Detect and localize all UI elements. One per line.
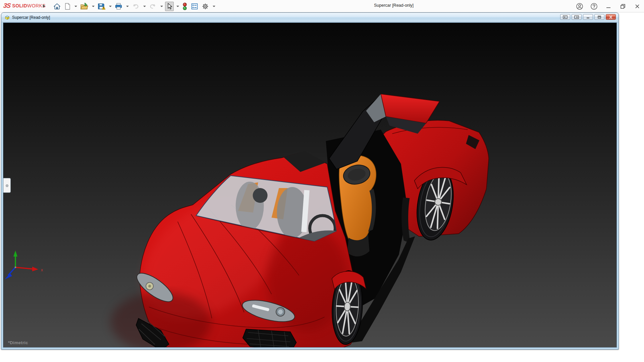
assembly-cube-icon — [4, 14, 10, 20]
gear-icon — [202, 3, 209, 10]
undo-dropdown[interactable] — [143, 6, 146, 7]
view-orientation-label: *Dimetric — [8, 340, 28, 345]
document-window: Supercar [Read-only] — [1, 12, 619, 350]
new-document-dropdown[interactable] — [74, 6, 77, 7]
redo-button[interactable] — [148, 2, 158, 11]
minimize-icon — [605, 3, 612, 10]
app-window-title: Supercar [Read-only] — [349, 3, 439, 8]
open-dropdown[interactable] — [92, 6, 95, 7]
triad-x-label: x — [41, 268, 43, 272]
minimize-button[interactable] — [604, 2, 613, 11]
save-button[interactable] — [97, 2, 106, 11]
document-restore-icon — [597, 15, 602, 19]
rebuild-stoplight-button[interactable] — [181, 1, 189, 11]
document-minimize-button[interactable] — [583, 14, 593, 20]
help-button[interactable] — [589, 2, 599, 11]
design-tree-button[interactable] — [190, 2, 199, 11]
close-button[interactable] — [633, 2, 642, 11]
split-pane-right-icon — [574, 15, 579, 19]
help-icon — [590, 3, 598, 10]
restore-icon — [620, 3, 626, 10]
options-dropdown[interactable] — [213, 6, 215, 7]
print-button[interactable] — [114, 2, 123, 11]
document-window-buttons — [560, 14, 616, 20]
document-title: Supercar [Read-only] — [12, 15, 50, 20]
undo-button[interactable] — [131, 2, 141, 11]
document-close-icon — [608, 15, 613, 19]
3d-viewport-canvas[interactable]: x — [3, 23, 616, 347]
document-close-button[interactable] — [606, 14, 616, 20]
home-button[interactable] — [52, 2, 62, 11]
redo-dropdown[interactable] — [160, 6, 163, 7]
graphics-viewport[interactable]: x *Dimetric — [3, 22, 617, 348]
open-button[interactable] — [79, 2, 89, 11]
open-folder-icon — [80, 3, 88, 10]
account-button[interactable] — [575, 2, 584, 11]
close-icon — [634, 3, 641, 10]
save-dropdown[interactable] — [109, 6, 112, 7]
app-window-controls — [575, 0, 642, 12]
document-minimize-icon — [586, 15, 590, 19]
solidworks-logo: 3S SOLIDWORKS — [3, 2, 46, 9]
split-pane-right-button[interactable] — [572, 14, 582, 20]
menu-flyout-arrow-icon[interactable] — [43, 4, 45, 8]
restore-button[interactable] — [618, 2, 628, 11]
options-button[interactable] — [201, 2, 210, 11]
save-icon — [98, 3, 105, 10]
redo-icon — [149, 3, 157, 10]
featuremanager-splitter-tab[interactable] — [3, 178, 11, 193]
select-tool-dropdown[interactable] — [176, 6, 179, 7]
app-title-bar: 3S SOLIDWORKS — [0, 0, 644, 12]
select-tool-button[interactable] — [165, 2, 174, 11]
split-pane-left-button[interactable] — [560, 14, 570, 20]
new-document-icon — [64, 3, 71, 10]
quick-access-toolbar — [52, 1, 217, 12]
3ds-logo-glyph: 3S — [3, 2, 11, 9]
design-tree-icon — [191, 3, 198, 10]
home-icon — [53, 3, 61, 10]
select-cursor-icon — [166, 3, 173, 10]
undo-icon — [132, 3, 140, 10]
stoplight-icon — [182, 2, 187, 10]
new-document-button[interactable] — [63, 2, 72, 11]
account-icon — [576, 3, 583, 10]
print-icon — [115, 3, 122, 10]
document-title-bar[interactable]: Supercar [Read-only] — [1, 13, 619, 22]
logo-solid: SOLID — [12, 3, 27, 8]
split-pane-left-icon — [563, 15, 568, 19]
document-restore-button[interactable] — [594, 14, 604, 20]
print-dropdown[interactable] — [126, 6, 129, 7]
